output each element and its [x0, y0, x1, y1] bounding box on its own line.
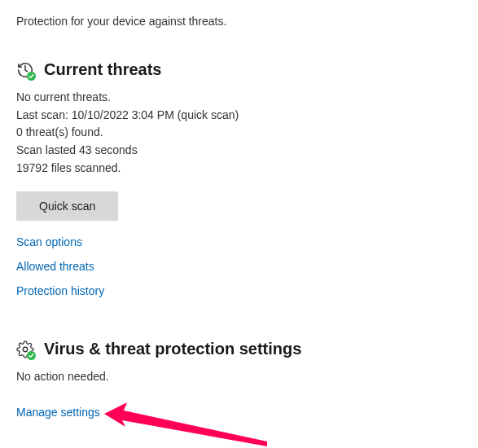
- scan-options-link[interactable]: Scan options: [16, 235, 82, 248]
- settings-status: No action needed.: [16, 368, 462, 386]
- threats-status: No current threats.: [16, 89, 462, 107]
- page-subtitle: Protection for your device against threa…: [16, 15, 462, 28]
- last-scan-text: Last scan: 10/10/2022 3:04 PM (quick sca…: [16, 107, 462, 125]
- manage-settings-link[interactable]: Manage settings: [16, 406, 100, 419]
- protection-history-link[interactable]: Protection history: [16, 284, 104, 297]
- protection-settings-title: Virus & threat protection settings: [44, 340, 301, 358]
- gear-shield-icon: [16, 340, 34, 358]
- current-threats-header: Current threats: [16, 60, 462, 79]
- scan-duration-text: Scan lasted 43 seconds: [16, 142, 462, 160]
- threats-found-text: 0 threat(s) found.: [16, 124, 462, 142]
- history-shield-icon: [16, 61, 34, 79]
- current-threats-title: Current threats: [44, 60, 161, 79]
- current-threats-section: Current threats No current threats. Last…: [16, 60, 462, 297]
- check-badge-icon: [27, 72, 36, 81]
- protection-settings-section: Virus & threat protection settings No ac…: [16, 340, 462, 419]
- files-scanned-text: 19792 files scanned.: [16, 160, 462, 178]
- allowed-threats-link[interactable]: Allowed threats: [16, 260, 94, 273]
- check-badge-icon: [27, 351, 36, 360]
- quick-scan-button[interactable]: Quick scan: [16, 191, 118, 221]
- protection-settings-header: Virus & threat protection settings: [16, 340, 462, 358]
